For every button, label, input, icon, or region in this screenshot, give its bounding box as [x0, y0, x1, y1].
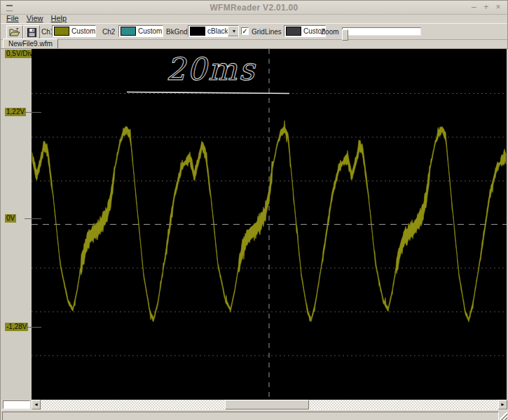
close-icon[interactable]: ×: [493, 2, 503, 12]
scrollbar-thumb[interactable]: [225, 400, 309, 410]
tab-bar: NewFile9.wfm: [1, 38, 507, 48]
save-floppy-icon: [27, 28, 36, 37]
title-bar: WFMReader V2.01.00 – + ×: [1, 1, 507, 15]
ch2-label: Ch2: [102, 28, 115, 36]
bkgnd-color-value: cBlack: [207, 27, 228, 35]
window-title: WFMReader V2.01.00: [1, 3, 507, 13]
zoom-slider[interactable]: [342, 27, 421, 36]
time-annotation: 20ms: [166, 51, 256, 87]
scroll-right-button[interactable]: ►: [498, 400, 507, 410]
open-folder-icon: [9, 28, 20, 36]
toolbar: Ch1 Custom... ▼ Ch2 Custom... ▼ BkGnd cB…: [1, 23, 507, 40]
zoom-label: Zoom: [321, 28, 339, 36]
axis-label: 0,5V/Div: [5, 50, 34, 58]
scrollbar-corner-box: [3, 400, 30, 409]
waveform-panel: 0,5V/Div1,22V0V-1,28V 20ms: [1, 48, 508, 400]
scroll-left-icon: ◄: [34, 402, 39, 407]
bkgnd-color-select[interactable]: cBlack ▼: [188, 25, 239, 37]
bkgnd-color-swatch: [190, 27, 205, 36]
menu-item-help[interactable]: Help: [51, 14, 67, 22]
chevron-down-icon[interactable]: ▼: [228, 26, 239, 36]
axis-tick: [25, 218, 41, 219]
scroll-right-icon: ►: [500, 402, 505, 407]
status-bar: [1, 410, 508, 420]
gridlines-label: GridLines: [252, 28, 282, 36]
ch2-color-select[interactable]: Custom... ▼: [118, 25, 163, 37]
ch2-color-value: Custom...: [138, 27, 163, 35]
axis-tick: [25, 327, 41, 328]
resize-grip-icon[interactable]: [500, 412, 507, 420]
scroll-left-button[interactable]: ◄: [32, 400, 41, 410]
menu-item-view[interactable]: View: [27, 14, 43, 22]
status-panel: [2, 412, 499, 420]
bkgnd-label: BkGnd: [166, 28, 188, 36]
axis-gutter: 0,5V/Div1,22V0V-1,28V: [1, 49, 32, 400]
ch1-color-select[interactable]: Custom... ▼: [52, 25, 96, 37]
ch1-color-value: Custom...: [71, 27, 96, 35]
open-file-button[interactable]: [6, 25, 23, 39]
axis-tick: [25, 112, 41, 113]
axis-label: 0V: [5, 214, 16, 223]
maximize-icon[interactable]: +: [481, 2, 491, 12]
horizontal-scrollbar: ◄ ►: [1, 400, 508, 410]
minimize-icon[interactable]: –: [469, 2, 479, 12]
save-file-button[interactable]: [23, 25, 40, 39]
axis-label: 1,22V: [5, 108, 26, 116]
window-controls: – + ×: [469, 2, 503, 12]
scope-display: 20ms: [32, 49, 507, 400]
menu-bar: File View Help: [1, 14, 507, 23]
menu-item-file[interactable]: File: [6, 14, 19, 22]
ch1-color-swatch: [54, 27, 69, 36]
gridlines-color-swatch: [286, 27, 301, 36]
check-icon: ✓: [242, 27, 247, 35]
waveform-canvas: 20ms: [32, 49, 507, 400]
gridlines-color-select[interactable]: Custom... ▼: [284, 25, 326, 37]
gridlines-checkbox[interactable]: ✓: [241, 27, 249, 35]
ch2-color-swatch: [121, 27, 136, 36]
app-window: WFMReader V2.01.00 – + × File View Help: [0, 0, 508, 420]
